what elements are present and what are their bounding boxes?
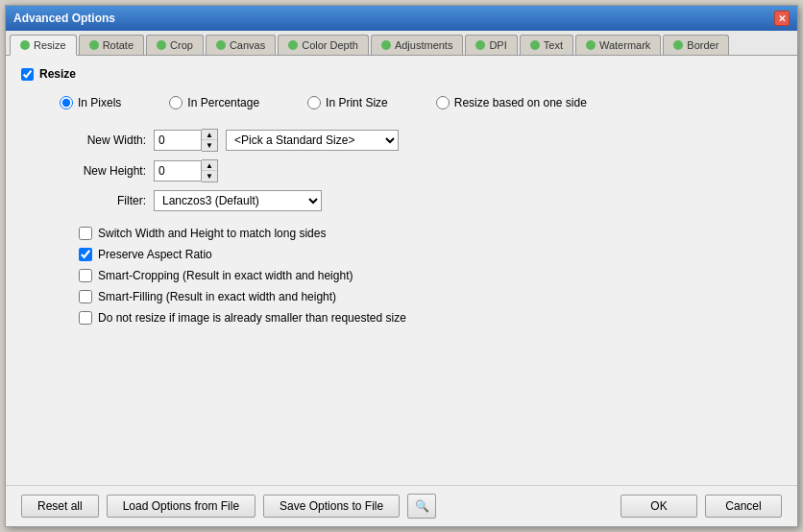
new-height-spinner-buttons: ▲ ▼ [202,159,218,182]
footer-right: OK Cancel [620,495,782,518]
content-area: Resize In Pixels In Percentage In Print … [6,56,797,485]
radio-in-print-size-label: In Print Size [326,96,388,109]
tab-resize[interactable]: Resize [10,35,77,56]
close-button[interactable]: ✕ [774,11,790,26]
new-width-up-button[interactable]: ▲ [202,130,217,140]
radio-group: In Pixels In Percentage In Print Size Re… [60,96,782,109]
radio-resize-one-side[interactable]: Resize based on one side [436,96,587,109]
tab-crop-label: Crop [170,39,193,51]
new-height-spinner: ▲ ▼ [154,159,218,182]
tab-dot-canvas [216,40,226,50]
radio-resize-one-side-label: Resize based on one side [454,96,587,109]
tab-watermark[interactable]: Watermark [575,35,661,55]
filter-select-container: Lanczos3 (Default) Bilinear Bicubic Near… [154,190,322,211]
radio-in-pixels-label: In Pixels [78,96,121,109]
tab-dot-color-depth [288,40,298,50]
tab-canvas-label: Canvas [230,39,265,51]
option-smart-filling-checkbox[interactable] [79,290,92,303]
new-height-down-button[interactable]: ▼ [202,171,217,181]
tab-border-label: Border [687,39,718,51]
new-width-down-button[interactable]: ▼ [202,140,217,151]
tab-rotate-label: Rotate [103,39,134,51]
option-smart-filling[interactable]: Smart-Filling (Result in exact width and… [79,290,782,303]
new-height-up-button[interactable]: ▲ [202,160,217,171]
standard-size-container: <Pick a Standard Size> [226,130,399,151]
tab-watermark-label: Watermark [599,39,650,51]
tab-dot-crop [157,40,166,50]
footer: Reset all Load Options from File Save Op… [6,485,797,526]
tab-dot-rotate [89,40,99,50]
new-width-row: New Width: ▲ ▼ <Pick a Standard Size> [60,129,782,152]
tab-color-depth-label: Color Depth [302,39,358,51]
new-width-spinner: ▲ ▼ [154,129,218,152]
option-smart-cropping[interactable]: Smart-Cropping (Result in exact width an… [79,269,782,282]
new-height-input[interactable] [154,160,202,181]
footer-left: Reset all Load Options from File Save Op… [21,494,436,519]
tab-dot-watermark [586,40,596,50]
tab-resize-label: Resize [34,39,66,51]
option-no-resize-checkbox[interactable] [79,311,92,325]
cancel-button[interactable]: Cancel [705,495,782,518]
tab-dot-text [530,40,540,50]
option-smart-cropping-label: Smart-Cropping (Result in exact width an… [98,269,353,282]
filter-select[interactable]: Lanczos3 (Default) Bilinear Bicubic Near… [154,190,322,211]
option-switch-wh-checkbox[interactable] [79,227,92,240]
options-group: Switch Width and Height to match long si… [79,227,782,325]
option-smart-cropping-checkbox[interactable] [79,269,92,282]
tab-canvas[interactable]: Canvas [206,35,276,55]
load-options-button[interactable]: Load Options from File [107,495,256,518]
radio-resize-one-side-input[interactable] [436,96,450,109]
tab-adjustments-label: Adjustments [395,39,453,51]
radio-in-percentage[interactable]: In Percentage [169,96,259,109]
new-height-label: New Height: [60,164,146,178]
save-options-button[interactable]: Save Options to File [263,495,400,518]
resize-checkbox-label[interactable]: Resize [21,67,76,81]
tab-crop[interactable]: Crop [146,35,204,55]
tab-dot-border [673,40,683,50]
option-preserve-aspect-label: Preserve Aspect Ratio [98,248,212,261]
search-icon-button[interactable]: 🔍 [407,494,436,519]
search-icon: 🔍 [415,499,429,513]
tab-color-depth[interactable]: Color Depth [278,35,369,55]
new-width-input[interactable] [154,130,202,151]
filter-row: Filter: Lanczos3 (Default) Bilinear Bicu… [60,190,782,211]
tab-text-label: Text [544,39,563,51]
new-height-row: New Height: ▲ ▼ [60,159,782,182]
option-no-resize[interactable]: Do not resize if image is already smalle… [79,311,782,325]
resize-label: Resize [39,67,76,81]
option-preserve-aspect-checkbox[interactable] [79,248,92,261]
radio-in-print-size-input[interactable] [307,96,321,109]
option-smart-filling-label: Smart-Filling (Result in exact width and… [98,290,336,303]
new-width-spinner-buttons: ▲ ▼ [202,129,218,152]
radio-in-print-size[interactable]: In Print Size [307,96,388,109]
tab-dot-dpi [475,40,485,50]
option-switch-wh-label: Switch Width and Height to match long si… [98,227,326,240]
title-bar: Advanced Options ✕ [6,6,797,31]
option-switch-wh[interactable]: Switch Width and Height to match long si… [79,227,782,240]
radio-in-pixels-input[interactable] [60,96,73,109]
tab-dpi[interactable]: DPI [465,35,517,55]
radio-in-pixels[interactable]: In Pixels [60,96,121,109]
resize-checkbox[interactable] [21,68,34,81]
ok-button[interactable]: OK [620,495,697,518]
reset-all-button[interactable]: Reset all [21,495,99,518]
resize-section-title: Resize [21,67,782,81]
tab-dot-resize [20,40,30,50]
radio-in-percentage-input[interactable] [169,96,182,109]
option-no-resize-label: Do not resize if image is already smalle… [98,311,406,325]
radio-in-percentage-label: In Percentage [187,96,259,109]
tab-border[interactable]: Border [663,35,729,55]
tab-rotate[interactable]: Rotate [79,35,144,55]
tab-adjustments[interactable]: Adjustments [371,35,464,55]
window-title: Advanced Options [13,12,115,25]
option-preserve-aspect[interactable]: Preserve Aspect Ratio [79,248,782,261]
tab-text[interactable]: Text [520,35,573,55]
standard-size-select[interactable]: <Pick a Standard Size> [226,130,399,151]
tab-dpi-label: DPI [489,39,506,51]
tab-dot-adjustments [381,40,391,50]
new-width-label: New Width: [60,133,146,147]
tab-bar: Resize Rotate Crop Canvas Color Depth Ad… [6,31,797,56]
filter-label: Filter: [60,194,146,207]
advanced-options-window: Advanced Options ✕ Resize Rotate Crop Ca… [5,5,798,527]
